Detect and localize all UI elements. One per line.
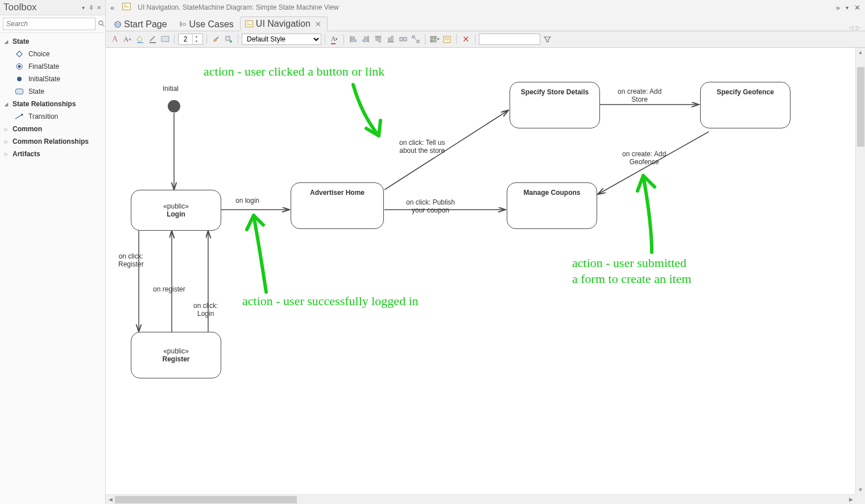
trans-click-login: on click: Login [193, 302, 218, 318]
delete-icon[interactable]: ✕ [460, 34, 471, 45]
group-common[interactable]: ▷Common [0, 123, 105, 135]
appearance-icon[interactable]: ▾ [429, 34, 440, 45]
group-label: Common Relationships [13, 138, 89, 145]
close-icon[interactable]: ✕ [853, 3, 862, 12]
trans-publish-coupon: on click: Publish your coupon [406, 198, 455, 215]
scroll-thumb[interactable] [857, 67, 864, 147]
tab-close-icon[interactable]: ✕ [315, 20, 321, 28]
tab-next-icon[interactable]: ▷ [856, 24, 860, 31]
tab-usecases[interactable]: Use Cases [173, 17, 240, 31]
diagram-toolbar: A AA ▲▼ Default Style A▾ ▾ ✕ [106, 31, 865, 48]
initial-state-node[interactable] [168, 100, 180, 113]
svg-point-8 [183, 23, 186, 26]
state-coupons[interactable]: Manage Coupons [507, 182, 597, 229]
scroll-left-icon[interactable]: ◀ [106, 497, 115, 502]
filter-input[interactable] [479, 34, 540, 45]
item-state[interactable]: State [0, 85, 105, 98]
tab-uinavigation[interactable]: UI Navigation ✕ [240, 16, 328, 31]
font-a-icon[interactable]: A [109, 34, 121, 45]
item-label: State [28, 88, 44, 95]
line-width-stepper[interactable]: ▲▼ [178, 34, 203, 45]
fill-color-icon[interactable] [134, 34, 146, 45]
svg-rect-19 [379, 37, 380, 42]
scroll-up-icon[interactable]: ▲ [856, 48, 865, 57]
item-initialstate[interactable]: InitialState [0, 73, 105, 85]
toolbox-tree: ◢State Choice FinalState InitialState St… [0, 33, 105, 163]
initialstate-icon [15, 74, 24, 84]
item-label: FinalState [28, 63, 59, 70]
group-state-rel[interactable]: ◢State Relationships [0, 98, 105, 110]
stereotype: «public» [163, 202, 189, 210]
same-size-icon[interactable] [398, 34, 409, 45]
state-register[interactable]: «public» Register [131, 332, 221, 378]
trans-onlogin: on login [235, 197, 259, 205]
align-top-icon[interactable] [373, 34, 384, 45]
item-label: Choice [28, 50, 49, 58]
close-icon[interactable]: ✕ [96, 5, 102, 10]
group-state[interactable]: ◢State [0, 35, 105, 48]
gradient-icon[interactable] [159, 34, 171, 45]
state-geofence[interactable]: Specify Geofence [700, 82, 790, 128]
align-bottom-icon[interactable] [385, 34, 396, 45]
svg-rect-14 [351, 37, 354, 39]
group-label: State [13, 38, 29, 45]
forward-double-icon[interactable]: » [835, 3, 841, 12]
font-size-icon[interactable]: AA [122, 34, 133, 45]
group-common-rel[interactable]: ▷Common Relationships [0, 135, 105, 148]
scroll-down-icon[interactable]: ▼ [856, 485, 865, 494]
line-color-icon[interactable] [147, 34, 158, 45]
align-right-icon[interactable] [360, 34, 371, 45]
align-left-icon[interactable] [347, 34, 359, 45]
statebox-icon [15, 87, 24, 96]
initial-label: Initial [163, 85, 179, 93]
state-login[interactable]: «public» Login [131, 190, 221, 231]
filter-icon[interactable] [541, 34, 553, 45]
home-icon [113, 20, 122, 29]
apply-style-icon[interactable] [223, 34, 234, 45]
scroll-right-icon[interactable]: ▶ [846, 497, 855, 502]
state-name: Register [162, 355, 189, 363]
spin-down-icon[interactable]: ▼ [192, 39, 200, 44]
paintbrush-icon[interactable] [210, 34, 222, 45]
search-icon[interactable] [98, 19, 106, 29]
main-area: « UI Navigation. StateMachine Diagram: S… [106, 0, 865, 504]
item-finalstate[interactable]: FinalState [0, 60, 105, 73]
diagram-icon[interactable] [121, 3, 132, 12]
chevron-down-icon[interactable]: ▾ [80, 5, 86, 10]
back-double-icon[interactable]: « [109, 3, 115, 12]
vertical-scrollbar[interactable]: ▲ ▼ [855, 48, 865, 494]
toolbox-panel: Toolbox ▾ ✕ 𝜌 ◢State Choice FinalState [0, 0, 106, 504]
group-label: State Relationships [13, 100, 76, 108]
scroll-thumb[interactable] [115, 496, 297, 503]
svg-point-7 [180, 22, 182, 24]
tab-startpage[interactable]: Start Page [108, 17, 173, 31]
chevron-down-icon[interactable]: ▾ [845, 5, 850, 11]
trans-add-store: on create: Add Store [618, 88, 661, 104]
svg-rect-13 [226, 36, 230, 40]
search-input[interactable] [3, 18, 96, 30]
pin-icon[interactable] [88, 5, 94, 10]
line-width-input[interactable] [179, 35, 192, 43]
state-adv-home[interactable]: Advertiser Home [291, 182, 384, 229]
item-transition[interactable]: Transition [0, 110, 105, 123]
trans-tell-store: on click: Tell us about the store [399, 139, 445, 155]
tab-prev-icon[interactable]: ◁ [849, 24, 854, 31]
stereotype: «public» [163, 347, 189, 355]
state-store-details[interactable]: Specify Store Details [510, 82, 600, 128]
diagram-canvas[interactable]: Initial «public» Login «public» Register… [106, 48, 810, 497]
space-evenly-icon[interactable] [410, 34, 421, 45]
scroll-corner [855, 494, 865, 504]
item-label: InitialState [28, 75, 60, 83]
item-choice[interactable]: Choice [0, 48, 105, 60]
spin-up-icon[interactable]: ▲ [192, 34, 200, 39]
toolbox-header: Toolbox ▾ ✕ [0, 0, 105, 15]
style-select[interactable]: Default Style [242, 34, 321, 45]
canvas-container: Initial «public» Login «public» Register… [106, 48, 865, 504]
toolbox-title: Toolbox [3, 2, 37, 13]
svg-rect-24 [412, 36, 415, 38]
properties-icon[interactable] [441, 34, 453, 45]
svg-rect-21 [391, 36, 393, 41]
group-artifacts[interactable]: ▷Artifacts [0, 148, 105, 160]
horizontal-scrollbar[interactable]: ◀ ▶ [106, 494, 855, 504]
font-color-icon[interactable]: A▾ [329, 34, 340, 45]
